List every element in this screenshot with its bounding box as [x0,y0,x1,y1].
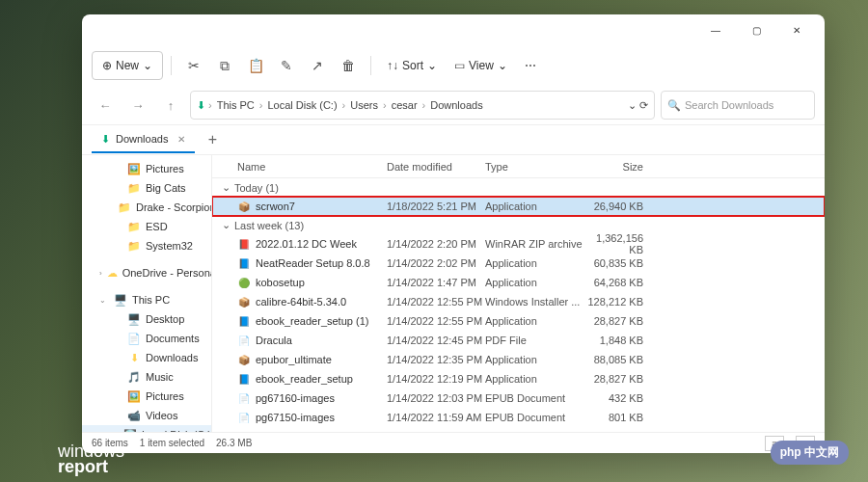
file-icon: 🟢 [237,276,251,289]
copy-icon[interactable]: ⧉ [210,51,239,80]
more-button[interactable]: ⋯ [517,51,544,80]
file-date: 1/14/2022 2:20 PM [387,238,485,250]
refresh-button[interactable]: ⟳ [639,99,648,112]
file-type: PDF File [485,335,583,346]
file-date: 1/14/2022 12:35 PM [387,354,485,365]
divider [370,56,371,75]
sidebar-item[interactable]: ›☁OneDrive - Personal [82,263,211,282]
chevron-down-icon: ⌄ [222,181,231,194]
breadcrumb[interactable]: Downloads [428,99,484,111]
chevron-right-icon: › [422,99,426,111]
sort-label: Sort [402,59,423,72]
file-row[interactable]: 📕2022.01.12 DC Week1/14/2022 2:20 PMWinR… [212,234,825,254]
file-row[interactable]: 📄pg67160-images1/14/2022 12:03 PMEPUB Do… [212,388,825,408]
address-bar[interactable]: ⬇ › This PC › Local Disk (C:) › Users › … [190,91,655,120]
search-input[interactable]: 🔍 Search Downloads [661,91,815,120]
sidebar-item[interactable]: 📄Documents [82,329,211,348]
file-group[interactable]: ⌄Today (1) [212,178,825,197]
file-row[interactable]: 📦scrwon71/18/2022 5:21 PMApplication26,9… [212,197,825,216]
windows-report-logo: windowsreport [58,444,124,474]
view-icon: ▭ [454,59,465,72]
rename-icon[interactable]: ✎ [272,51,301,80]
sidebar-item[interactable]: 📁Big Cats [82,178,211,198]
file-type: Application [485,201,583,212]
file-type: Application [485,257,583,269]
file-icon: 📘 [237,314,251,328]
sidebar-item-label: ESD [146,221,168,232]
file-icon: 📦 [237,295,251,308]
minimize-button[interactable]: — [695,16,736,43]
sidebar-item-label: Videos [146,410,177,421]
file-size: 1,848 KB [583,335,651,346]
sidebar-item-label: Desktop [146,313,184,325]
chevron-right-icon: › [383,99,387,111]
back-button[interactable]: ← [92,92,119,119]
breadcrumb[interactable]: Users [348,99,380,111]
add-tab-button[interactable]: + [201,128,224,151]
file-row[interactable]: 📘ebook_reader_setup1/14/2022 12:19 PMApp… [212,369,825,388]
breadcrumb[interactable]: Local Disk (C:) [265,99,339,111]
file-row[interactable]: 📄Dracula1/14/2022 12:45 PMPDF File1,848 … [212,331,825,350]
cut-icon[interactable]: ✂ [179,51,208,80]
tab-downloads[interactable]: ⬇ Downloads ✕ [92,126,195,153]
file-name: Dracula [256,335,292,346]
file-icon: 📘 [237,372,251,386]
view-button[interactable]: ▭ View ⌄ [447,51,515,80]
chevron-down-icon[interactable]: ⌄ [628,99,637,112]
maximize-button[interactable]: ▢ [736,16,776,43]
sidebar-item[interactable]: ⌄🖥️This PC [82,290,211,309]
php-watermark: php 中文网 [771,441,849,465]
close-button[interactable]: ✕ [776,16,817,43]
file-type: EPUB Document [485,412,583,423]
sidebar-item[interactable]: 🖼️Pictures [82,387,211,406]
file-date: 1/14/2022 12:55 PM [387,315,485,327]
file-size: 88,085 KB [583,354,651,365]
chevron-icon: › [99,269,102,278]
sidebar-item[interactable]: ⬇Downloads [82,348,211,367]
titlebar: — ▢ ✕ [82,14,825,45]
file-row[interactable]: 🟢kobosetup1/14/2022 1:47 PMApplication64… [212,273,825,292]
share-icon[interactable]: ↗ [303,51,332,80]
delete-icon[interactable]: 🗑 [334,51,363,80]
col-size[interactable]: Size [583,161,651,173]
sidebar-item[interactable]: 🖼️Pictures [82,159,211,178]
file-row[interactable]: 📦calibre-64bit-5.34.01/14/2022 12:55 PMW… [212,292,825,311]
folder-icon: 📁 [127,220,141,233]
folder-icon: 🖼️ [127,162,141,175]
file-row[interactable]: 📄pg67150-images1/14/2022 11:59 AMEPUB Do… [212,408,825,427]
sidebar-item[interactable]: ›💽Local Disk (C:) [82,425,211,432]
plus-icon: ⊕ [102,59,112,72]
col-type[interactable]: Type [485,161,583,173]
file-icon: 📄 [237,411,251,424]
sort-button[interactable]: ↑↓ Sort ⌄ [379,51,445,80]
sidebar-item[interactable]: 📁ESD [82,217,211,236]
file-icon: 📕 [237,237,251,251]
sidebar-item[interactable]: 📁Drake - Scorpion (320) [82,198,211,217]
file-size: 1,362,156 KB [583,232,651,255]
selected-size: 26.3 MB [216,438,252,448]
file-row[interactable]: 📦epubor_ultimate1/14/2022 12:35 PMApplic… [212,350,825,369]
col-name[interactable]: Name [237,161,387,173]
sidebar-item[interactable]: 📁System32 [82,236,211,255]
col-date[interactable]: Date modified [387,161,485,173]
new-label: New [116,59,139,72]
sidebar-item[interactable]: 🖥️Desktop [82,309,211,329]
breadcrumb[interactable]: cesar [390,99,420,111]
sidebar-item[interactable]: 🎵Music [82,367,211,387]
paste-icon[interactable]: 📋 [241,51,270,80]
breadcrumb[interactable]: This PC [215,99,257,111]
folder-icon: 🎵 [127,370,141,384]
new-button[interactable]: ⊕ New ⌄ [92,51,163,80]
sidebar-item-label: Pictures [146,390,184,402]
file-group[interactable]: ⌄Last week (13) [212,216,825,234]
forward-button[interactable]: → [124,92,151,119]
file-row[interactable]: 📘NeatReader Setup 8.0.81/14/2022 2:02 PM… [212,254,825,273]
file-date: 1/14/2022 11:59 AM [387,412,485,423]
up-button[interactable]: ↑ [157,92,184,119]
sidebar-item[interactable]: 📹Videos [82,406,211,425]
sidebar-item-label: Big Cats [146,182,186,194]
file-size: 128,212 KB [583,296,651,308]
file-size: 28,827 KB [583,373,651,385]
file-row[interactable]: 📘ebook_reader_setup (1)1/14/2022 12:55 P… [212,311,825,331]
tab-close-icon[interactable]: ✕ [177,134,185,145]
